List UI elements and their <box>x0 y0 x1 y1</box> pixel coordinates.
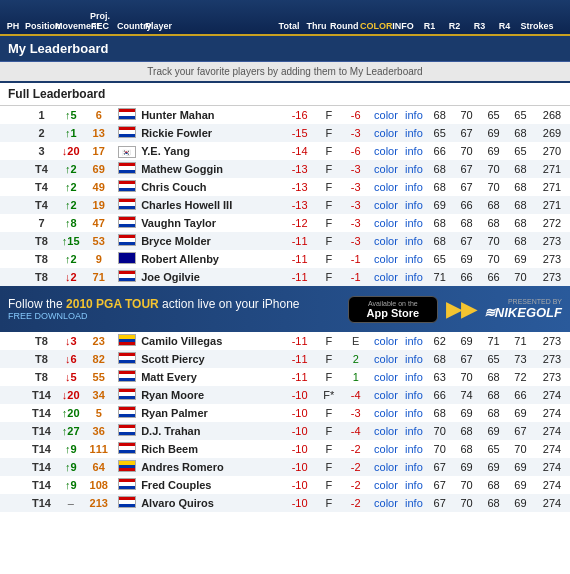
cell-color[interactable]: color <box>370 106 401 124</box>
cell-color[interactable]: color <box>370 142 401 160</box>
cell-info[interactable]: info <box>402 458 427 476</box>
cell-color[interactable]: color <box>370 268 401 286</box>
cell-info[interactable]: info <box>402 404 427 422</box>
cell-country <box>114 106 139 124</box>
header-country: Country <box>116 20 144 34</box>
cell-info[interactable]: info <box>402 142 427 160</box>
cell-r2: 68 <box>453 440 480 458</box>
cell-info[interactable]: info <box>402 160 427 178</box>
cell-r1: 66 <box>426 142 453 160</box>
cell-thru: F <box>316 232 341 250</box>
cell-total: -13 <box>283 196 317 214</box>
cell-movement: ↑1 <box>58 124 83 142</box>
cell-info[interactable]: info <box>402 250 427 268</box>
cell-info[interactable]: info <box>402 386 427 404</box>
cell-thru: F <box>316 106 341 124</box>
promo-free: FREE DOWNLOAD <box>8 311 340 321</box>
cell-total: -13 <box>283 160 317 178</box>
cell-fec: 23 <box>83 332 114 350</box>
flag-icon <box>118 388 136 400</box>
cell-r2: 66 <box>453 268 480 286</box>
cell-player: Fred Couples <box>139 476 283 494</box>
cell-r2: 70 <box>453 368 480 386</box>
cell-info[interactable]: info <box>402 440 427 458</box>
cell-color[interactable]: color <box>370 386 401 404</box>
flag-icon <box>118 370 136 382</box>
cell-player: Andres Romero <box>139 458 283 476</box>
cell-color[interactable]: color <box>370 422 401 440</box>
cell-r4: 73 <box>507 350 534 368</box>
cell-color[interactable]: color <box>370 178 401 196</box>
cell-color[interactable]: color <box>370 124 401 142</box>
cell-info[interactable]: info <box>402 196 427 214</box>
cell-thru: F <box>316 350 341 368</box>
cell-info[interactable]: info <box>402 232 427 250</box>
cell-fec: 36 <box>83 422 114 440</box>
table-row: 1 ↑5 6 Hunter Mahan -16 F -6 color info … <box>0 106 570 124</box>
cell-info[interactable]: info <box>402 268 427 286</box>
cell-color[interactable]: color <box>370 196 401 214</box>
header-player: Player <box>144 20 274 34</box>
cell-r2: 70 <box>453 476 480 494</box>
cell-thru: F <box>316 404 341 422</box>
cell-position: 7 <box>25 214 59 232</box>
cell-info[interactable]: info <box>402 422 427 440</box>
cell-position: T14 <box>25 458 59 476</box>
cell-country <box>114 124 139 142</box>
cell-info[interactable]: info <box>402 124 427 142</box>
cell-strokes: 273 <box>534 368 570 386</box>
cell-fec: 13 <box>83 124 114 142</box>
cell-r2: 69 <box>453 250 480 268</box>
cell-r4: 69 <box>507 476 534 494</box>
cell-movement: ↑2 <box>58 196 83 214</box>
cell-position: T14 <box>25 422 59 440</box>
cell-color[interactable]: color <box>370 350 401 368</box>
cell-color[interactable]: color <box>370 214 401 232</box>
cell-r2: 70 <box>453 106 480 124</box>
cell-country <box>114 214 139 232</box>
header-position: Position <box>24 20 54 34</box>
cell-info[interactable]: info <box>402 368 427 386</box>
cell-info[interactable]: info <box>402 178 427 196</box>
cell-round: -3 <box>341 196 370 214</box>
cell-fec: 53 <box>83 232 114 250</box>
cell-color[interactable]: color <box>370 368 401 386</box>
cell-color[interactable]: color <box>370 494 401 512</box>
cell-ph <box>0 214 25 232</box>
cell-country <box>114 196 139 214</box>
cell-movement: ↑20 <box>58 404 83 422</box>
cell-r3: 69 <box>480 422 507 440</box>
cell-player: D.J. Trahan <box>139 422 283 440</box>
cell-r4: 72 <box>507 368 534 386</box>
cell-thru: F <box>316 160 341 178</box>
cell-total: -14 <box>283 142 317 160</box>
cell-player: Joe Ogilvie <box>139 268 283 286</box>
cell-info[interactable]: info <box>402 494 427 512</box>
cell-info[interactable]: info <box>402 214 427 232</box>
cell-color[interactable]: color <box>370 232 401 250</box>
cell-round: -2 <box>341 476 370 494</box>
cell-total: -11 <box>283 268 317 286</box>
cell-color[interactable]: color <box>370 476 401 494</box>
cell-color[interactable]: color <box>370 160 401 178</box>
cell-r3: 69 <box>480 124 507 142</box>
cell-r4: 68 <box>507 178 534 196</box>
cell-color[interactable]: color <box>370 404 401 422</box>
cell-info[interactable]: info <box>402 106 427 124</box>
cell-strokes: 274 <box>534 476 570 494</box>
cell-country <box>114 160 139 178</box>
cell-movement: ↓3 <box>58 332 83 350</box>
appstore-button[interactable]: Available on the App Store <box>348 296 438 323</box>
leaderboard-table: 1 ↑5 6 Hunter Mahan -16 F -6 color info … <box>0 106 570 286</box>
cell-color[interactable]: color <box>370 458 401 476</box>
cell-info[interactable]: info <box>402 332 427 350</box>
cell-r3: 70 <box>480 232 507 250</box>
cell-color[interactable]: color <box>370 250 401 268</box>
cell-color[interactable]: color <box>370 332 401 350</box>
cell-color[interactable]: color <box>370 440 401 458</box>
cell-country <box>114 350 139 368</box>
cell-player: Hunter Mahan <box>139 106 283 124</box>
promo-banner[interactable]: Follow the 2010 PGA TOUR action live on … <box>0 286 570 332</box>
cell-info[interactable]: info <box>402 350 427 368</box>
cell-info[interactable]: info <box>402 476 427 494</box>
